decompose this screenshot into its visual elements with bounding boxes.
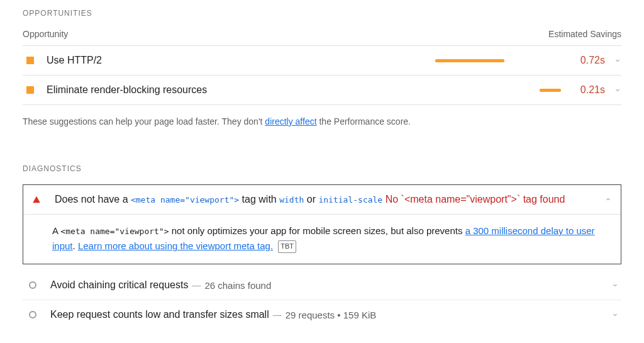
chevron-down-icon — [605, 57, 621, 64]
diagnostics-heading: DIAGNOSTICS — [23, 164, 621, 173]
diagnostic-title: Does not have a <meta name="viewport"> t… — [55, 194, 596, 205]
title-text: or — [304, 194, 318, 205]
footnote-text: These suggestions can help your page loa… — [23, 116, 265, 127]
title-text: tag with — [239, 194, 279, 205]
chevron-down-icon — [602, 281, 619, 289]
savings-bar — [435, 59, 504, 62]
diagnostic-expanded: Does not have a <meta name="viewport"> t… — [23, 184, 621, 264]
code-meta-viewport: <meta name="viewport"> — [131, 195, 239, 205]
body-text: not only optimizes your app for mobile s… — [169, 225, 465, 236]
severity-square-icon — [26, 57, 34, 64]
diagnostic-row-title: Avoid chaining critical requests — [50, 279, 188, 291]
col-opportunity: Opportunity — [23, 29, 68, 39]
savings-bar-track — [435, 89, 561, 92]
dash-separator: — — [273, 310, 282, 320]
opportunities-columns: Opportunity Estimated Savings — [23, 29, 621, 46]
body-text: A — [52, 225, 60, 236]
savings-value: 0.72s — [567, 55, 605, 66]
savings-value: 0.21s — [567, 84, 605, 96]
diagnostic-row-title: Keep request counts low and transfer siz… — [50, 309, 269, 320]
directly-affect-link[interactable]: directly affect — [265, 116, 316, 127]
circle-info-icon — [29, 311, 36, 318]
body-text: . — [73, 240, 78, 251]
opportunities-heading: OPPORTUNITIES — [23, 9, 621, 18]
diagnostic-header[interactable]: Does not have a <meta name="viewport"> t… — [23, 185, 621, 214]
savings-bar-track — [435, 59, 561, 62]
col-savings: Estimated Savings — [548, 29, 621, 39]
chevron-down-icon — [605, 86, 621, 94]
title-text: Does not have a — [55, 194, 131, 205]
diag-warning-text: No `<meta name="viewport">` tag found — [382, 194, 565, 205]
savings-bar — [540, 89, 561, 92]
opportunity-row[interactable]: Eliminate render-blocking resources 0.21… — [23, 76, 621, 105]
diagnostic-body: A <meta name="viewport"> not only optimi… — [23, 214, 621, 264]
opportunity-title: Use HTTP/2 — [47, 55, 435, 66]
tbt-badge: TBT — [278, 240, 296, 253]
code-initial-scale: initial-scale — [318, 195, 382, 205]
opportunities-footnote: These suggestions can help your page loa… — [23, 116, 621, 127]
learn-more-link[interactable]: Learn more about using the viewport meta… — [78, 240, 273, 251]
diagnostic-row[interactable]: Keep request counts low and transfer siz… — [23, 300, 621, 329]
triangle-error-icon — [32, 195, 41, 204]
opportunity-title: Eliminate render-blocking resources — [47, 84, 435, 96]
circle-info-icon — [29, 281, 36, 289]
chevron-down-icon — [602, 311, 619, 318]
footnote-text: the Performance score. — [317, 116, 411, 127]
code-meta-viewport: <meta name="viewport"> — [60, 227, 169, 236]
opportunity-row[interactable]: Use HTTP/2 0.72s — [23, 46, 621, 76]
severity-square-icon — [26, 86, 34, 94]
code-width: width — [279, 195, 304, 205]
diagnostic-row-sub: 29 requests • 159 KiB — [286, 310, 377, 320]
dash-separator: — — [192, 280, 201, 290]
diagnostic-row-sub: 26 chains found — [204, 280, 271, 291]
diagnostic-row[interactable]: Avoid chaining critical requests — 26 ch… — [23, 271, 621, 300]
chevron-up-icon — [596, 196, 612, 203]
